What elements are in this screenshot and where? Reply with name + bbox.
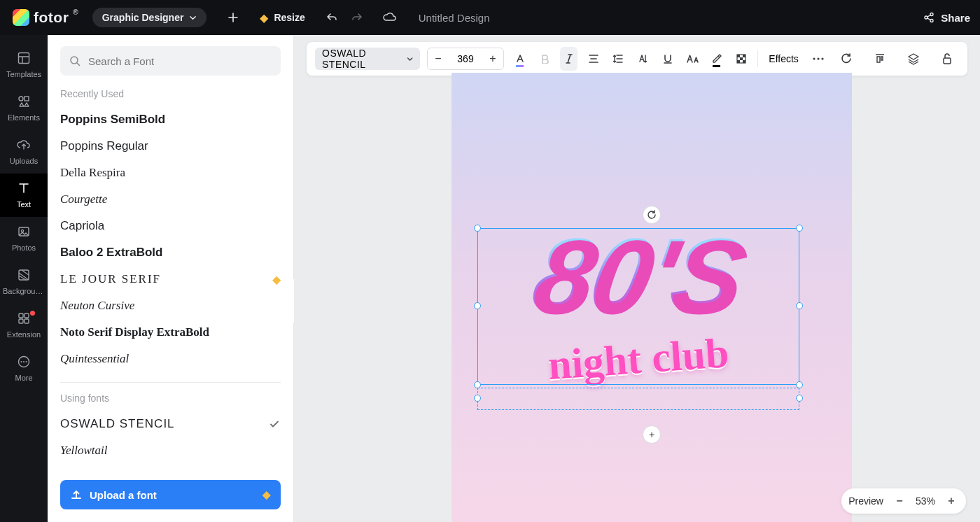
redo-button[interactable] <box>344 5 370 30</box>
zoom-bar: Preview − 53% + <box>841 488 966 514</box>
font-row[interactable]: Yellowtail <box>60 437 281 464</box>
resize-handle[interactable] <box>796 302 803 309</box>
font-row[interactable]: OSWALD STENCIL <box>60 411 281 437</box>
svg-point-1 <box>930 13 933 16</box>
artboard[interactable]: 80'S night club + <box>451 73 852 522</box>
line-height-icon <box>612 53 624 64</box>
lock-button[interactable] <box>935 47 959 71</box>
selection-box[interactable] <box>477 228 799 385</box>
layers-button[interactable] <box>902 47 925 71</box>
nav-uploads-label: Uploads <box>10 157 38 165</box>
nav-templates[interactable]: Templates <box>0 43 48 87</box>
nav-text[interactable]: Text <box>0 174 48 217</box>
align-button[interactable] <box>584 47 602 71</box>
underline-icon <box>663 54 673 64</box>
font-color-icon <box>514 53 526 64</box>
upload-font-button[interactable]: Upload a font ◆ <box>60 480 281 509</box>
nav-elements[interactable]: Elements <box>0 87 48 130</box>
bold-icon <box>540 54 550 64</box>
font-row[interactable]: Poppins Regular <box>60 133 281 160</box>
font-row[interactable]: Baloo 2 ExtraBold <box>60 239 281 266</box>
font-size-decrease[interactable]: − <box>428 48 449 70</box>
nav-more[interactable]: More <box>0 347 48 390</box>
font-search-input[interactable] <box>88 55 272 67</box>
more-options-button[interactable] <box>810 47 827 71</box>
vertical-text-button[interactable] <box>634 47 652 71</box>
letter-case-button[interactable] <box>683 47 701 71</box>
rotate-handle[interactable] <box>643 206 661 224</box>
svg-rect-3 <box>19 53 29 64</box>
brand-mark-icon <box>13 9 29 26</box>
font-size-increase[interactable]: + <box>482 48 503 70</box>
using-fonts-label: Using fonts <box>60 393 281 404</box>
mode-label: Graphic Designer <box>102 12 184 23</box>
underline-button[interactable] <box>659 47 676 71</box>
nav-background[interactable]: Background... <box>0 260 48 304</box>
font-row[interactable]: Noto Serif Display ExtraBold <box>60 319 281 346</box>
secondary-selection-box[interactable] <box>477 388 799 410</box>
share-button[interactable]: Share <box>923 11 970 24</box>
svg-rect-12 <box>24 319 29 323</box>
new-design-button[interactable] <box>220 5 246 30</box>
text-context-toolbar: OSWALD STENCIL − + <box>307 42 967 76</box>
transparency-button[interactable] <box>732 47 750 71</box>
line-height-button[interactable] <box>610 47 627 71</box>
nav-background-label: Background... <box>3 287 45 295</box>
svg-rect-9 <box>19 313 23 318</box>
font-row[interactable]: Quintessential <box>60 346 281 372</box>
vertical-text-icon <box>637 53 648 64</box>
top-toolbar: fotor ® Graphic Designer ◆ Resize Untitl… <box>0 0 980 35</box>
nav-uploads[interactable]: Uploads <box>0 130 48 174</box>
resize-button[interactable]: ◆ Resize <box>260 11 304 24</box>
undo-button[interactable] <box>319 5 344 30</box>
brand-word: fotor <box>34 9 69 26</box>
resize-handle[interactable] <box>474 395 481 402</box>
premium-diamond-icon: ◆ <box>260 11 268 24</box>
nav-photos[interactable]: Photos <box>0 217 48 260</box>
resize-handle[interactable] <box>796 395 803 402</box>
cloud-sync-button[interactable] <box>377 5 402 30</box>
font-family-dropdown[interactable]: OSWALD STENCIL <box>315 48 420 70</box>
notification-dot-icon <box>30 311 35 316</box>
font-row[interactable]: Neuton Cursive <box>60 292 281 319</box>
mode-dropdown[interactable]: Graphic Designer <box>92 8 207 27</box>
canvas-stage[interactable]: OSWALD STENCIL − + <box>294 35 980 522</box>
preview-button[interactable]: Preview <box>848 495 883 507</box>
zoom-value[interactable]: 53% <box>916 495 935 507</box>
font-row[interactable]: LE JOUR SERIF ◆ <box>60 266 281 292</box>
resize-handle[interactable] <box>474 225 481 232</box>
resize-handle[interactable] <box>796 225 803 232</box>
resize-handle[interactable] <box>474 302 481 309</box>
rotate-icon <box>647 210 657 220</box>
font-search[interactable] <box>60 46 281 76</box>
font-row[interactable]: Capriola <box>60 213 281 239</box>
svg-point-14 <box>21 361 22 362</box>
zoom-out-button[interactable]: − <box>892 495 907 507</box>
font-list[interactable]: Recently Used Poppins SemiBold Poppins R… <box>48 85 293 472</box>
left-nav: Templates Elements Uploads Text Photos B… <box>0 35 48 522</box>
nav-extension[interactable]: Extension <box>0 304 48 347</box>
position-button[interactable] <box>868 47 892 71</box>
upload-font-label: Upload a font <box>90 489 157 501</box>
effects-button[interactable]: Effects <box>764 53 803 64</box>
highlight-color-button[interactable] <box>708 47 725 71</box>
svg-rect-19 <box>737 55 740 57</box>
italic-button[interactable] <box>560 47 578 71</box>
search-icon <box>69 55 81 67</box>
bold-button[interactable] <box>536 47 553 71</box>
svg-point-2 <box>930 20 933 22</box>
font-size-input[interactable] <box>449 53 482 64</box>
font-row[interactable]: Poppins SemiBold <box>60 106 281 133</box>
align-icon <box>588 53 599 64</box>
font-row[interactable]: Della Respira <box>60 160 281 186</box>
font-color-button[interactable] <box>511 47 528 71</box>
document-title[interactable]: Untitled Design <box>419 12 490 24</box>
check-icon <box>268 418 281 430</box>
reset-rotation-button[interactable] <box>834 47 858 71</box>
add-element-button[interactable]: + <box>643 425 661 444</box>
zoom-in-button[interactable]: + <box>944 495 959 507</box>
svg-rect-11 <box>19 319 23 323</box>
brand-logo[interactable]: fotor ® <box>13 9 78 26</box>
font-row[interactable]: Courgette <box>60 186 281 213</box>
font-family-value: OSWALD STENCIL <box>322 48 400 70</box>
